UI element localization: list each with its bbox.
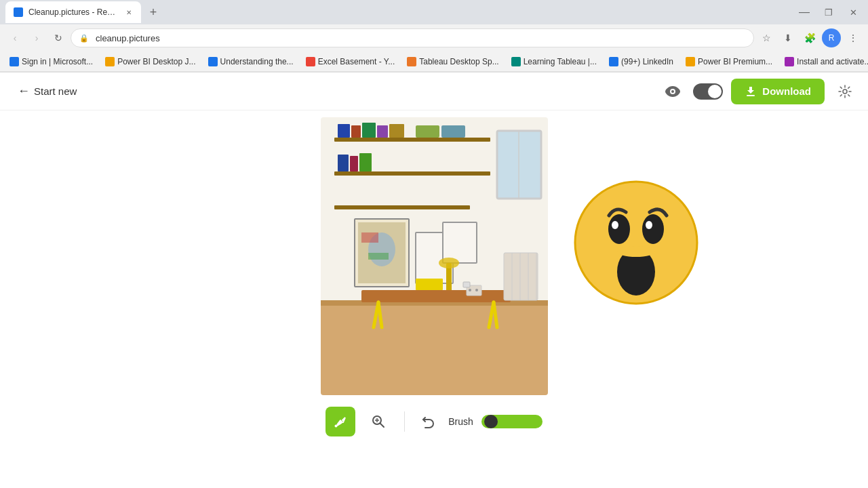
svg-rect-22 (359, 153, 372, 171)
settings-button[interactable] (833, 79, 857, 104)
svg-point-3 (843, 89, 847, 94)
app-toolbar: ← Start new Download (0, 73, 868, 110)
brush-control: Brush (448, 415, 542, 428)
bookmark-learning-tableau[interactable]: Learning Tableau |... (507, 56, 601, 68)
svg-rect-28 (368, 253, 389, 260)
forward-button[interactable]: › (27, 28, 46, 47)
browser-action-buttons: ☆ ⬇ 🧩 R ⋮ (757, 28, 863, 47)
bookmark-microsoft[interactable]: Sign in | Microsoft... (5, 56, 97, 68)
toggle-switch[interactable] (693, 83, 723, 100)
svg-point-53 (646, 221, 652, 229)
close-window-button[interactable]: ✕ (844, 3, 863, 22)
active-tab[interactable]: Cleanup.pictures - Remove obje... ✕ (5, 1, 141, 23)
new-tab-button[interactable]: + (144, 3, 163, 22)
toggle-knob (708, 85, 722, 98)
bookmark-favicon (306, 57, 315, 66)
browser-chrome: Cleanup.pictures - Remove obje... ✕ + — … (0, 0, 868, 73)
brush-size-slider[interactable] (481, 415, 542, 428)
profile-button[interactable]: R (822, 28, 841, 47)
brush-label: Brush (448, 416, 473, 427)
svg-rect-5 (321, 300, 548, 395)
svg-point-32 (439, 258, 459, 268)
bookmark-install[interactable]: Install and activate... (781, 56, 868, 68)
toolbar-left: ← Start new (11, 80, 83, 102)
svg-rect-10 (334, 138, 490, 142)
tab-bar: Cleanup.pictures - Remove obje... ✕ + — … (0, 0, 868, 24)
undo-icon (420, 414, 435, 429)
download-button[interactable]: Download (731, 79, 825, 104)
svg-rect-27 (361, 232, 378, 243)
bookmark-button[interactable]: ☆ (757, 28, 776, 47)
refresh-button[interactable]: ↻ (49, 28, 68, 47)
address-bar[interactable]: 🔒 cleanup.pictures (71, 28, 754, 47)
bookmark-favicon (511, 57, 521, 66)
restore-button[interactable]: ❐ (819, 3, 838, 22)
undo-button[interactable] (416, 409, 440, 434)
bookmark-powerbi-premium[interactable]: Power BI Premium... (682, 56, 776, 68)
bookmark-favicon (785, 57, 794, 66)
bookmark-label: Understanding the... (220, 57, 294, 66)
extensions-button[interactable]: 🧩 (800, 28, 819, 47)
svg-rect-16 (377, 125, 388, 138)
gear-icon (838, 85, 852, 98)
start-new-button[interactable]: ← Start new (11, 80, 83, 102)
svg-rect-14 (351, 125, 361, 138)
svg-rect-19 (441, 125, 465, 138)
bookmark-favicon (609, 57, 618, 66)
svg-point-50 (608, 214, 630, 244)
toolbar-separator (404, 411, 405, 432)
bookmark-label: Power BI Desktop J... (117, 57, 195, 66)
bookmark-label: Install and activate... (797, 57, 868, 66)
url-text: cleanup.pictures (96, 33, 745, 43)
svg-rect-47 (463, 282, 470, 287)
room-image (321, 117, 548, 395)
brush-slider-knob (484, 415, 498, 428)
brush-icon (333, 414, 348, 429)
bookmark-label: Learning Tableau |... (524, 57, 597, 66)
svg-rect-39 (504, 253, 538, 300)
svg-rect-12 (334, 205, 470, 209)
preview-toggle-button[interactable] (660, 79, 685, 104)
bookmark-linkedin[interactable]: (99+) LinkedIn (605, 56, 677, 68)
tab-close-button[interactable]: ✕ (125, 7, 133, 18)
menu-button[interactable]: ⋮ (844, 28, 863, 47)
bookmark-label: Excel Basement - Y... (318, 57, 395, 66)
bookmark-favicon (407, 57, 416, 66)
svg-rect-34 (416, 279, 443, 290)
bookmark-excel[interactable]: Excel Basement - Y... (302, 56, 399, 68)
bottom-toolbar: Brush (326, 407, 542, 436)
minimize-button[interactable]: — (795, 3, 814, 22)
svg-line-58 (380, 424, 384, 428)
svg-point-56 (335, 425, 338, 428)
brush-tool-button[interactable] (326, 407, 355, 436)
bookmark-label: Tableau Desktop Sp... (419, 57, 498, 66)
download-button[interactable]: ⬇ (778, 28, 797, 47)
svg-point-46 (475, 289, 478, 291)
bookmark-favicon (686, 57, 695, 66)
bookmark-powerbi[interactable]: Power BI Desktop J... (101, 56, 199, 68)
bookmark-label: (99+) LinkedIn (621, 57, 673, 66)
svg-point-55 (617, 246, 655, 257)
svg-rect-18 (416, 125, 439, 138)
bookmark-understanding[interactable]: Understanding the... (204, 56, 298, 68)
svg-rect-13 (338, 124, 350, 138)
toolbar-right: Download (660, 79, 857, 104)
emoji-sticker (572, 171, 701, 314)
svg-point-45 (469, 289, 471, 291)
search-icon (371, 414, 386, 429)
download-label: Download (762, 85, 811, 97)
tab-favicon (14, 7, 23, 17)
svg-point-52 (612, 221, 618, 229)
bookmark-tableau[interactable]: Tableau Desktop Sp... (403, 56, 502, 68)
bookmark-favicon (9, 57, 19, 66)
svg-rect-30 (443, 222, 477, 263)
svg-point-1 (671, 90, 674, 93)
svg-rect-20 (338, 155, 349, 171)
navigation-bar: ‹ › ↻ 🔒 cleanup.pictures ☆ ⬇ 🧩 R ⋮ (0, 24, 868, 52)
bookmarks-bar: Sign in | Microsoft... Power BI Desktop … (0, 52, 868, 72)
eye-icon (665, 86, 681, 97)
back-button[interactable]: ‹ (5, 28, 24, 47)
svg-rect-2 (747, 95, 755, 96)
zoom-tool-button[interactable] (363, 407, 393, 436)
lock-icon: 🔒 (79, 34, 89, 43)
